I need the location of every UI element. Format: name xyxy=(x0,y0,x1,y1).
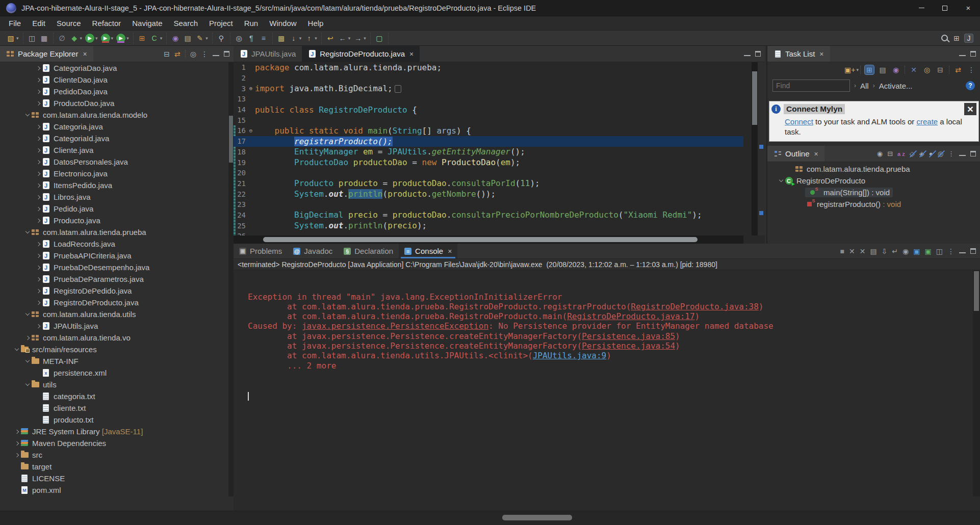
maximize-view-icon[interactable] xyxy=(224,51,229,57)
toolbar-annotate-button[interactable]: ✎▾ xyxy=(195,34,208,43)
tree-item-target[interactable]: target xyxy=(0,461,228,472)
code-line-24[interactable]: 24 BigDecimal precio = productoDao.consu… xyxy=(234,210,743,221)
hide-static-icon[interactable]: ◈ xyxy=(919,150,924,158)
overview-ruler[interactable] xyxy=(758,62,765,235)
toolbar-forward-button[interactable]: →▾ xyxy=(353,34,366,43)
toolbar-prev-annotation-button[interactable]: ↑▾ xyxy=(304,34,317,43)
tree-item-registrodeproducto-java[interactable]: JRegistroDeProducto.java xyxy=(0,297,228,308)
tree-item-electronico-java[interactable]: JElectronico.java xyxy=(0,168,228,179)
tree-item-producto-java[interactable]: JProducto.java xyxy=(0,215,228,226)
stacktrace-link[interactable]: Persistence.java:54 xyxy=(582,341,675,351)
tree-item-com-latam-alura-tienda-vo[interactable]: com.latam.alura.tienda.vo xyxy=(0,332,228,344)
occurrence-marker[interactable] xyxy=(759,145,763,149)
editor-horizontal-scrollbar[interactable] xyxy=(234,235,743,244)
focus-icon[interactable]: ◎ xyxy=(190,50,196,58)
chevron-right-icon[interactable] xyxy=(35,290,42,293)
console-tab-javadoc[interactable]: @Javadoc xyxy=(288,244,338,258)
menu-run[interactable]: Run xyxy=(239,17,264,30)
toolbar-back-button[interactable]: ←▾ xyxy=(338,34,351,43)
tree-item-cliente-txt[interactable]: cliente.txt xyxy=(0,402,228,414)
tree-item-categoriadao-java[interactable]: JCategoriaDao.java xyxy=(0,62,228,74)
tree-item-src[interactable]: src xyxy=(0,449,228,461)
show-stdout-icon[interactable]: ▣ xyxy=(913,247,920,255)
tree-item-cliente-java[interactable]: JCliente.java xyxy=(0,144,228,156)
connect-link[interactable]: Connect xyxy=(785,117,813,126)
menu-source[interactable]: Source xyxy=(51,17,87,30)
tree-item-libros-java[interactable]: JLibros.java xyxy=(0,191,228,203)
fold-toggle-icon[interactable]: ⊕ xyxy=(248,85,254,92)
toolbar-next-annotation-button[interactable]: ↓▾ xyxy=(289,34,302,43)
toolbar-last-edit-location-button[interactable]: ↩ xyxy=(326,34,335,43)
tree-item-pedido-java[interactable]: JPedido.java xyxy=(0,203,228,215)
close-icon[interactable]: × xyxy=(448,247,452,255)
tree-item-pruebaapicriteria-java[interactable]: JPruebaAPICriteria.java xyxy=(0,250,228,261)
tree-item-categoria-txt[interactable]: categoria.txt xyxy=(0,390,228,402)
chevron-right-icon[interactable] xyxy=(35,207,42,211)
code-line-14[interactable]: 14public class RegistroDeProducto { xyxy=(234,104,743,115)
outline-item-com-latam-alura-tienda-prueba[interactable]: com.latam.alura.tienda.prueba xyxy=(767,163,980,175)
tree-item-jre-system-library[interactable]: JRE System Library [JavaSE-11] xyxy=(0,426,228,437)
clear-console-icon[interactable]: ▤ xyxy=(870,247,876,255)
toolbar-save-button[interactable]: ◫ xyxy=(28,34,37,43)
link-with-editor-icon[interactable]: ⇄ xyxy=(174,50,180,58)
editor-vertical-scrollbar[interactable] xyxy=(752,62,758,235)
minimize-view-icon[interactable] xyxy=(744,55,751,56)
editor-tab-registrodeproducto.java[interactable]: JRegistroDeProducto.java× xyxy=(302,46,420,62)
chevron-right-icon[interactable] xyxy=(24,336,31,339)
new-task-icon[interactable]: ▣+▾ xyxy=(847,65,856,74)
tree-item-productodao-java[interactable]: JProductoDao.java xyxy=(0,97,228,109)
console-tab-console[interactable]: ≡Console× xyxy=(399,244,457,258)
menu-navigate[interactable]: Navigate xyxy=(126,17,168,30)
close-icon[interactable]: × xyxy=(83,50,87,58)
stacktrace-link[interactable]: javax.persistence.PersistenceException xyxy=(302,321,488,331)
categorized-icon[interactable]: ⊞ xyxy=(865,65,874,74)
synchronize-icon[interactable]: ⇄ xyxy=(953,65,963,74)
tab-outline[interactable]: Outline × xyxy=(767,146,824,162)
code-line-18[interactable]: 18 EntityManager em = JPAUtils.getEntity… xyxy=(234,147,743,158)
stacktrace-link[interactable]: RegistroDeProducto.java:17 xyxy=(567,311,694,321)
tree-item-com-latam-alura-tienda-modelo[interactable]: com.latam.alura.tienda.modelo xyxy=(0,109,228,121)
chevron-right-icon[interactable] xyxy=(35,161,42,164)
activate-link[interactable]: Activate... xyxy=(879,82,913,90)
code-line-3[interactable]: 3⊕import java.math.BigDecimal; xyxy=(234,83,743,94)
chevron-right-icon[interactable] xyxy=(35,102,42,105)
hide-non-public-icon[interactable]: ● xyxy=(929,150,933,158)
tab-task-list[interactable]: Task List × xyxy=(767,46,830,62)
chevron-down-icon[interactable] xyxy=(24,360,31,362)
chevron-right-icon[interactable] xyxy=(35,78,42,82)
chevron-right-icon[interactable] xyxy=(35,67,42,70)
code-line-23[interactable]: 23 xyxy=(234,199,743,210)
menu-search[interactable]: Search xyxy=(168,17,203,30)
outline-item-main-string-[interactable]: main(String[]) : void xyxy=(767,187,980,198)
occurrence-marker[interactable] xyxy=(759,211,763,215)
chevron-right-icon[interactable] xyxy=(35,172,42,175)
tree-item-producto-txt[interactable]: producto.txt xyxy=(0,414,228,426)
toolbar-clipboard-button[interactable]: ▤ xyxy=(183,34,192,43)
remove-all-launches-icon[interactable]: ✕ xyxy=(860,247,866,255)
menu-window[interactable]: Window xyxy=(264,17,302,30)
chevron-right-icon[interactable] xyxy=(35,325,42,328)
code-line-2[interactable]: 2 xyxy=(234,73,743,84)
tree-item-jpautils-java[interactable]: JJPAUtils.java xyxy=(0,320,228,332)
toolbar-new-wizard-button[interactable]: ▧▾ xyxy=(6,34,19,43)
close-icon[interactable]: × xyxy=(814,150,818,158)
chevron-right-icon[interactable] xyxy=(35,219,42,222)
toolbar-save-all-button[interactable]: ▦ xyxy=(40,34,49,43)
outline-item-registrarproducto-[interactable]: registrarProducto() : void xyxy=(767,198,980,210)
collapse-all-icon[interactable]: ⊟ xyxy=(164,50,170,58)
tree-item-pruebadeparametros-java[interactable]: JPruebaDeParametros.java xyxy=(0,273,228,285)
view-menu-icon[interactable]: ⋮ xyxy=(201,50,208,58)
chevron-down-icon[interactable] xyxy=(24,384,31,385)
folded-region-icon[interactable] xyxy=(395,85,401,93)
toolbar-profile-button[interactable]: ▶▾ xyxy=(116,34,129,43)
hide-fields-icon[interactable]: ◇ xyxy=(910,150,915,158)
chevron-right-icon[interactable] xyxy=(35,149,42,152)
chevron-down-icon[interactable] xyxy=(24,114,31,116)
tree-item-itemspedido-java[interactable]: JItemsPedido.java xyxy=(0,179,228,191)
toolbar-run-button[interactable]: ▶▾ xyxy=(85,34,98,43)
maximize-view-icon[interactable] xyxy=(970,151,976,156)
tree-item-maven-dependencies[interactable]: Maven Dependencies xyxy=(0,437,228,449)
pin-console-icon[interactable]: ◉ xyxy=(902,247,909,255)
close-icon[interactable]: × xyxy=(819,50,823,58)
collapse-all-icon[interactable]: ⊟ xyxy=(887,150,893,158)
